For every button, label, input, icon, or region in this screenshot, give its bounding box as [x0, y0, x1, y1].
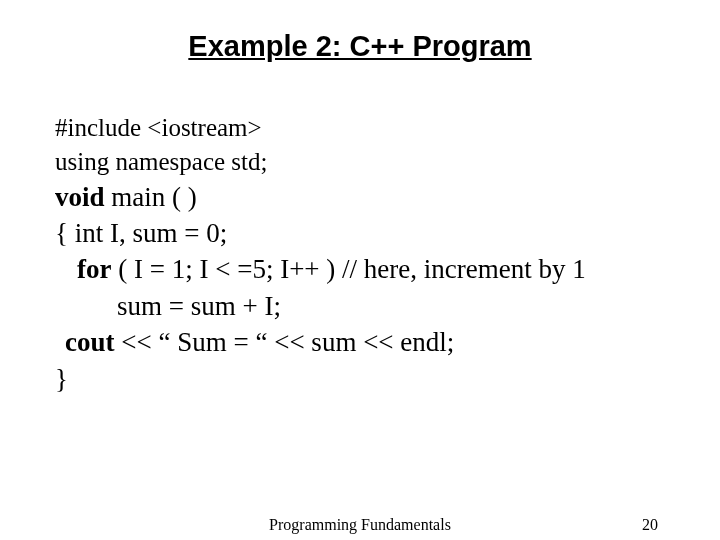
page-number: 20: [642, 516, 658, 534]
code-line-for: for ( I = 1; I < =5; I++ ) // here, incr…: [55, 251, 665, 287]
keyword-cout: cout: [65, 327, 115, 357]
keyword-void: void: [55, 182, 105, 212]
cout-body: << “ Sum = “ << sum << endl;: [115, 327, 455, 357]
code-line-cout: cout << “ Sum = “ << sum << endl;: [55, 324, 665, 360]
code-line-close: }: [55, 361, 665, 397]
main-signature: main ( ): [105, 182, 197, 212]
code-line-decl: { int I, sum = 0;: [55, 215, 665, 251]
code-line-main: void main ( ): [55, 179, 665, 215]
for-body: ( I = 1; I < =5; I++ ) // here, incremen…: [111, 254, 585, 284]
footer-text: Programming Fundamentals: [269, 516, 451, 534]
code-line-sum: sum = sum + I;: [55, 288, 665, 324]
code-line-include: #include <iostream>: [55, 111, 665, 145]
keyword-for: for: [77, 254, 111, 284]
code-line-using: using namespace std;: [55, 145, 665, 179]
slide: Example 2: C++ Program #include <iostrea…: [0, 0, 720, 540]
slide-title: Example 2: C++ Program: [55, 30, 665, 63]
code-block: #include <iostream> using namespace std;…: [55, 111, 665, 397]
